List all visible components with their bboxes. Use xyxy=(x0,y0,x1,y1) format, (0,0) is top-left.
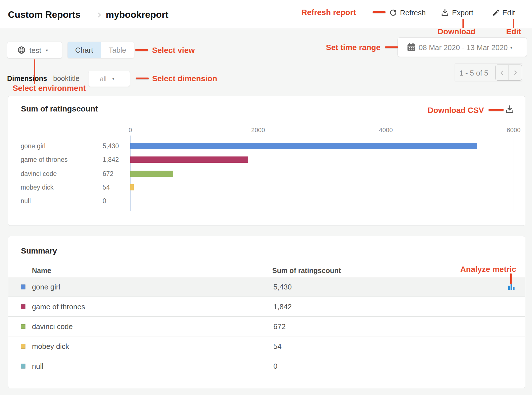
download-csv-button[interactable] xyxy=(505,104,515,115)
chart-row: mobey dick 54 xyxy=(8,184,525,190)
pagination-next-button[interactable] xyxy=(509,65,522,81)
analyze-metric-button[interactable] xyxy=(507,283,515,291)
annotation-download-csv: Download CSV xyxy=(418,106,484,115)
chart-category-label: null xyxy=(21,197,31,205)
page-header: Custom Reports mybookreport Refresh Expo… xyxy=(0,0,532,29)
chart-value-label: 672 xyxy=(103,170,113,178)
chart-bar xyxy=(130,156,248,163)
chart-bar xyxy=(130,171,173,177)
chart-value-label: 1,842 xyxy=(103,156,119,164)
x-tick: 2000 xyxy=(251,126,265,134)
tab-chart[interactable]: Chart xyxy=(68,42,101,58)
download-icon xyxy=(440,8,449,17)
refresh-label: Refresh xyxy=(400,8,426,17)
table-row[interactable]: gone girl 5,430 xyxy=(8,277,525,297)
series-color-swatch xyxy=(21,364,25,368)
annotation-select-view: Select view xyxy=(152,46,195,55)
column-header-value: Sum of ratingscount xyxy=(272,267,341,275)
table-row[interactable]: null 0 xyxy=(8,356,525,376)
view-toggle: Chart Table xyxy=(67,42,134,59)
chart-category-label: gone girl xyxy=(21,142,46,150)
row-value: 5,430 xyxy=(273,283,292,291)
chart-category-label: davinci code xyxy=(21,170,57,178)
environment-selector[interactable]: test ▾ xyxy=(7,42,62,59)
globe-icon xyxy=(17,46,26,55)
edit-label: Edit xyxy=(502,8,515,17)
pencil-icon xyxy=(492,9,500,17)
export-button[interactable]: Export xyxy=(440,7,473,18)
summary-title: Summary xyxy=(21,246,57,256)
series-color-swatch xyxy=(21,344,25,349)
chart-row: game of thrones 1,842 xyxy=(8,156,525,163)
calendar-icon xyxy=(406,42,416,52)
chevron-down-icon: ▾ xyxy=(510,45,512,50)
refresh-button[interactable]: Refresh xyxy=(389,7,426,18)
annotation-download: Download xyxy=(432,27,481,36)
edit-button[interactable]: Edit xyxy=(492,7,515,18)
date-range-selector[interactable]: 08 Mar 2020 - 13 Mar 2020 ▾ xyxy=(397,37,527,57)
annotation-line xyxy=(513,19,514,28)
chevron-down-icon: ▾ xyxy=(112,76,114,81)
chart-row: gone girl 5,430 xyxy=(8,143,525,149)
chart-card: Sum of ratingscount 0 2000 4000 6000 gon… xyxy=(8,96,525,226)
x-tick: 0 xyxy=(129,126,132,134)
row-name: null xyxy=(32,362,43,370)
annotation-refresh-report: Refresh report xyxy=(301,8,356,17)
export-label: Export xyxy=(452,8,473,17)
chart-bar xyxy=(130,184,134,190)
annotation-dash xyxy=(488,109,504,111)
series-color-swatch xyxy=(21,324,25,329)
annotation-select-dimension: Select dimension xyxy=(152,74,217,83)
annotation-dash xyxy=(136,78,149,79)
breadcrumb-chevron-icon xyxy=(96,11,103,19)
custom-report-page: Custom Reports mybookreport Refresh Expo… xyxy=(0,0,532,395)
pagination-prev-button[interactable] xyxy=(495,65,509,81)
table-row[interactable]: mobey dick 54 xyxy=(8,336,525,356)
annotation-dash xyxy=(385,46,398,48)
breadcrumb-section[interactable]: Custom Reports xyxy=(8,9,81,20)
chart-value-label: 5,430 xyxy=(103,142,119,150)
table-row[interactable]: game of thrones 1,842 xyxy=(8,297,525,317)
column-header-name: Name xyxy=(32,267,51,275)
annotation-select-environment: Select environment xyxy=(13,84,86,93)
annotation-line xyxy=(34,59,35,84)
series-color-swatch xyxy=(21,285,25,289)
environment-value: test xyxy=(29,46,41,55)
annotation-line xyxy=(462,19,464,28)
chevron-left-icon xyxy=(499,69,505,76)
series-color-swatch xyxy=(21,304,25,309)
refresh-icon xyxy=(389,8,397,17)
annotation-set-time-range: Set time range xyxy=(314,43,380,52)
date-range-value: 08 Mar 2020 - 13 Mar 2020 xyxy=(419,43,508,52)
chevron-down-icon: ▾ xyxy=(46,48,48,53)
row-name: davinci code xyxy=(32,322,73,331)
chart-title: Sum of ratingscount xyxy=(21,104,98,113)
summary-card: Summary Name Sum of ratingscount gone gi… xyxy=(8,236,525,388)
chevron-right-icon xyxy=(512,69,519,76)
chart-row: null 0 xyxy=(8,198,525,204)
chart-category-label: game of thrones xyxy=(21,156,68,164)
tab-table[interactable]: Table xyxy=(101,42,134,58)
annotation-dash xyxy=(135,49,148,51)
breadcrumb-report-name: mybookreport xyxy=(106,9,168,20)
annotation-edit: Edit xyxy=(501,27,526,36)
chart-value-label: 0 xyxy=(103,197,106,205)
x-tick: 4000 xyxy=(379,126,393,134)
row-value: 672 xyxy=(273,322,286,331)
dimension-filter-select[interactable]: all ▾ xyxy=(88,71,130,87)
x-tick: 6000 xyxy=(507,126,521,134)
chart-row: davinci code 672 xyxy=(8,171,525,177)
pagination-range: 1 - 5 of 5 xyxy=(458,69,490,78)
row-name: mobey dick xyxy=(32,342,69,351)
row-name: game of thrones xyxy=(32,302,85,311)
chart-category-label: mobey dick xyxy=(21,184,53,191)
row-value: 54 xyxy=(273,342,282,351)
chart-value-label: 54 xyxy=(103,184,110,191)
dimension-filter-value: all xyxy=(100,75,107,83)
row-value: 0 xyxy=(273,362,277,370)
row-value: 1,842 xyxy=(273,302,292,311)
table-row[interactable]: davinci code 672 xyxy=(8,317,525,336)
row-name: gone girl xyxy=(32,283,60,291)
annotation-dash xyxy=(373,11,386,13)
dimensions-label: Dimensions xyxy=(7,74,47,83)
